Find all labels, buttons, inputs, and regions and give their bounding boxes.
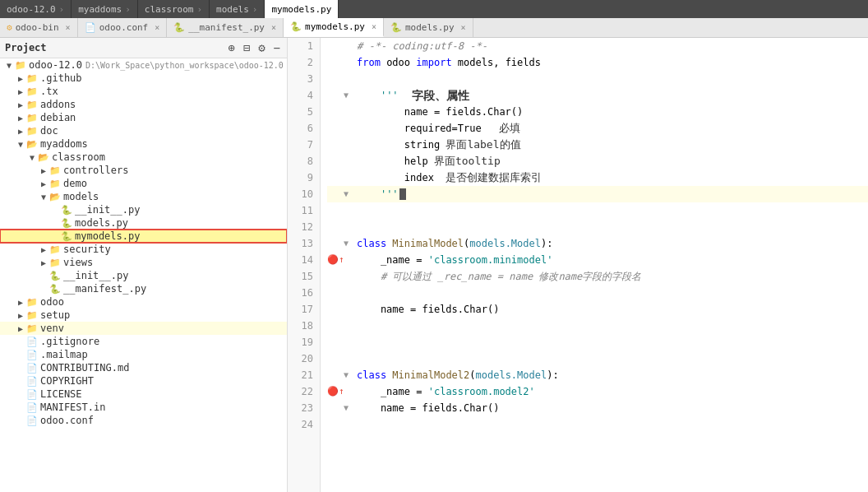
models-arrow[interactable] — [38, 193, 49, 202]
init2-python-icon: 🐍 — [49, 271, 61, 281]
sidebar-item-odooconf[interactable]: 📄 odoo.conf — [0, 414, 287, 427]
sidebar-collapse-icon[interactable]: ⊟ — [242, 41, 252, 54]
sidebar-item-setup[interactable]: 📁 setup — [0, 309, 287, 322]
github-folder-icon: 📁 — [26, 73, 38, 84]
close-manifest-icon[interactable]: × — [271, 23, 276, 32]
sidebar-item-mymodelspy[interactable]: 🐍 mymodels.py — [0, 230, 287, 243]
tx-arrow[interactable] — [15, 87, 26, 96]
sidebar-close-icon[interactable]: − — [272, 41, 282, 54]
fold-23[interactable]: ▼ — [344, 400, 357, 416]
fold-10[interactable]: ▼ — [344, 186, 357, 202]
sidebar-item-venv[interactable]: 📁 venv — [0, 322, 287, 335]
odoo-arrow[interactable] — [15, 298, 26, 307]
sidebar-sync-icon[interactable]: ⊕ — [226, 41, 236, 54]
myaddoms-arrow[interactable] — [15, 140, 26, 149]
classroom-arrow[interactable] — [26, 153, 38, 162]
sidebar-item-demo[interactable]: 📁 demo — [0, 177, 287, 190]
manifest-py-icon: 🐍 — [173, 22, 185, 33]
fold-13[interactable]: ▼ — [344, 235, 357, 252]
sidebar-item-modelspy[interactable]: 🐍 models.py — [0, 216, 287, 230]
sidebar-item-init1[interactable]: 🐍 __init__.py — [0, 203, 287, 216]
main-area: Project ⊕ ⊟ ⚙ − 📁 odoo-12.0 D:\Work_Spac… — [0, 38, 868, 492]
root-arrow[interactable] — [3, 61, 15, 70]
ln-9: 9 — [294, 169, 313, 186]
fold-4[interactable]: ▼ — [344, 87, 357, 104]
root-path: D:\Work_Space\python_workspace\odoo-12.0 — [85, 61, 284, 70]
file-tab-odooconf[interactable]: 📄 odoo.conf × — [78, 18, 168, 37]
debian-arrow[interactable] — [15, 114, 26, 123]
sidebar-item-addons[interactable]: 📁 addons — [0, 98, 287, 111]
sidebar-item-controllers[interactable]: 📁 controllers — [0, 164, 287, 177]
ln-12: 12 — [294, 219, 313, 235]
classroom-label: classroom — [52, 151, 105, 163]
sidebar-item-github[interactable]: 📁 .github — [0, 72, 287, 85]
sidebar-item-myaddoms[interactable]: 📂 myaddoms — [0, 137, 287, 151]
sidebar-item-copyright[interactable]: 📄 COPYRIGHT — [0, 374, 287, 388]
code-line-18 — [327, 318, 868, 334]
code-area[interactable]: 1 2 3 4 5 6 7 8 9 10 11 12 13 14 15 16 1… — [288, 38, 868, 492]
breadcrumb-myaddoms-label: myaddoms — [78, 4, 122, 15]
close-odooconf-icon[interactable]: × — [155, 23, 159, 32]
file-tab-odoobin[interactable]: ⚙ odoo-bin × — [0, 18, 78, 37]
sidebar-item-mailmap[interactable]: 📄 .mailmap — [0, 348, 287, 361]
addons-arrow[interactable] — [15, 100, 26, 109]
demo-arrow[interactable] — [38, 179, 49, 188]
license-file-icon: 📄 — [26, 389, 38, 400]
sidebar-item-models[interactable]: 📂 models — [0, 190, 287, 203]
root-folder-icon: 📁 — [15, 60, 26, 71]
ln-7: 7 — [294, 137, 313, 153]
paren-13: ( — [464, 235, 469, 252]
close-models-icon[interactable]: × — [461, 23, 466, 32]
sidebar-item-manifest-in[interactable]: 📄 MANIFEST.in — [0, 401, 287, 414]
breadcrumb-myaddoms[interactable]: myaddoms › — [72, 0, 138, 18]
venv-arrow[interactable] — [15, 324, 26, 333]
tx-folder-icon: 📁 — [26, 86, 38, 97]
sidebar-item-odoo[interactable]: 📁 odoo — [0, 295, 287, 309]
file-tab-models[interactable]: 🐍 models.py × — [384, 18, 473, 37]
setup-arrow[interactable] — [15, 311, 26, 320]
github-arrow[interactable] — [15, 74, 26, 83]
close-odoobin-icon[interactable]: × — [66, 23, 71, 32]
line10-docstring: ''' — [381, 186, 399, 202]
doc-arrow[interactable] — [15, 127, 26, 136]
sidebar-settings-icon[interactable]: ⚙ — [256, 41, 266, 54]
sidebar-item-doc[interactable]: 📁 doc — [0, 124, 287, 137]
sidebar-item-debian[interactable]: 📁 debian — [0, 111, 287, 124]
sidebar-item-classroom[interactable]: 📂 classroom — [0, 151, 287, 164]
base-class-13: models.Model — [469, 235, 541, 252]
controllers-arrow[interactable] — [38, 166, 49, 175]
breadcrumb-classroom-label: classroom — [145, 4, 194, 15]
line8-help: help — [357, 153, 434, 169]
sidebar-item-security[interactable]: 📁 security — [0, 243, 287, 256]
tree-root[interactable]: 📁 odoo-12.0 D:\Work_Space\python_workspa… — [0, 58, 287, 72]
breadcrumb-classroom[interactable]: classroom › — [138, 0, 210, 18]
ln-19: 19 — [294, 334, 313, 350]
security-arrow[interactable] — [38, 245, 49, 254]
sidebar-item-init2[interactable]: 🐍 __init__.py — [0, 269, 287, 282]
sidebar-item-tx[interactable]: 📁 .tx — [0, 85, 287, 98]
sidebar-item-contributing[interactable]: 📄 CONTRIBUTING.md — [0, 361, 287, 374]
file-tab-mymodels[interactable]: 🐍 mymodels.py × — [284, 18, 384, 37]
sidebar-item-manifestpy[interactable]: 🐍 __manifest_.py — [0, 282, 287, 295]
breadcrumb-models[interactable]: models › — [210, 0, 265, 18]
line10-indent — [357, 186, 381, 202]
fold-21[interactable]: ▼ — [344, 367, 357, 383]
sidebar-item-views[interactable]: 📁 views — [0, 256, 287, 269]
breadcrumb-mymodels[interactable]: mymodels.py — [265, 0, 339, 18]
classroom-folder-icon: 📂 — [38, 152, 49, 163]
ln-1: 1 — [294, 38, 313, 54]
sidebar-item-gitignore[interactable]: 📄 .gitignore — [0, 335, 287, 348]
views-arrow[interactable] — [38, 258, 49, 267]
ln-23: 23 — [294, 400, 313, 416]
ln-13: 13 — [294, 235, 313, 252]
ln-14: 14 — [294, 252, 313, 268]
modelspy-label: models.py — [75, 217, 128, 229]
line22-string: 'classroom.model2' — [428, 383, 535, 400]
close-mymodels-icon[interactable]: × — [372, 22, 376, 31]
code-line-3 — [327, 71, 868, 87]
code-content[interactable]: # -*- coding:utf-8 -*- from odoo import … — [321, 38, 868, 492]
sidebar-tree: 📁 odoo-12.0 D:\Work_Space\python_workspa… — [0, 58, 287, 492]
sidebar-item-license[interactable]: 📄 LICENSE — [0, 388, 287, 401]
file-tab-manifest[interactable]: 🐍 __manifest_.py × — [167, 18, 284, 37]
breadcrumb-odoo12[interactable]: odoo-12.0 › — [0, 0, 72, 18]
